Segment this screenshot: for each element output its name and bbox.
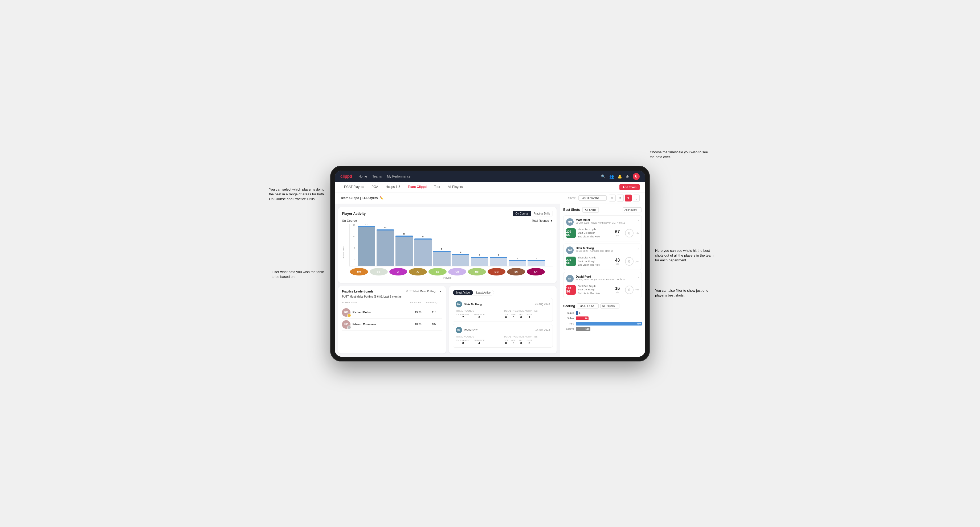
player-activity-header: Player Activity On Course Practice Drill… xyxy=(342,211,553,216)
tab-pgat-players[interactable]: PGAT Players xyxy=(340,182,368,192)
nav-links: Home Teams My Performance xyxy=(358,175,595,178)
most-active-button[interactable]: Most Active xyxy=(453,290,473,295)
shot-player-header-0: MM Matt Miller 09 Jun 2023 · Royal North… xyxy=(566,218,639,226)
scoring-bar-3: 111 xyxy=(576,327,590,331)
right-panel: Best Shots All Shots All Players MM Matt xyxy=(560,204,645,357)
shot-chevron-1[interactable]: › xyxy=(638,246,639,251)
scoring-header: Scoring Par 3, 4 & 5s All Players xyxy=(563,303,642,308)
bar-value-1: 12 xyxy=(384,227,387,229)
bar-9 xyxy=(528,260,545,266)
sub-nav-tabs: PGAT Players PGA Hcaps 1-5 Team Clippd T… xyxy=(340,182,466,192)
player-avatar-1: BB xyxy=(370,268,388,275)
bar-highlight-7 xyxy=(490,257,507,258)
shot-player-details-1: 23 Jul 2023 · Ashridge GC, Hole 15 xyxy=(576,250,635,252)
shot-card-1: BM Blair McHarg 23 Jul 2023 · Ashridge G… xyxy=(563,243,642,270)
activities-row-1: GTT 0 APP 0 ARG 0 PUTT 0 xyxy=(504,339,550,344)
bar-value-3: 9 xyxy=(422,236,423,238)
scoring-chart: Eagles 3 Birdies 96 Pars 499 Bogeys 111 xyxy=(563,311,642,331)
shot-cards: MM Matt Miller 09 Jun 2023 · Royal North… xyxy=(563,215,642,298)
scoring-title: Scoring xyxy=(563,304,575,308)
view-icons: ⊞ ≡ ♥ ⋮ xyxy=(609,195,640,202)
practice-activities-section-1: Total Practice Activities GTT 0 APP 0 AR… xyxy=(504,335,550,344)
active-avatar-0: BM xyxy=(456,301,462,307)
annotation-player-filter: You can also filter to show just one pla… xyxy=(655,288,714,298)
bar-chart: 15 10 5 0 1312109543322 xyxy=(349,224,553,267)
heart-view-button[interactable]: ♥ xyxy=(625,195,632,202)
scoring-bar-wrap-2: 499 xyxy=(576,322,642,325)
leaderboard-row-1: EC 2 Edward Crossman 18/20 107 xyxy=(342,319,442,330)
shot-badge-1: 200 SG xyxy=(566,257,576,266)
notification-icon[interactable]: 🔔 xyxy=(617,174,622,179)
scoring-players-select[interactable]: All Players xyxy=(600,303,619,308)
shot-stat-zero-0: 0 xyxy=(625,229,633,237)
list-view-button[interactable]: ≡ xyxy=(617,195,624,202)
scoring-par-select[interactable]: Par 3, 4 & 5s xyxy=(577,303,599,308)
shot-card-2: DF David Ford 24 Aug 2023 · Royal North … xyxy=(563,272,642,298)
arg-stat-1: ARG 0 xyxy=(519,339,523,344)
stats-grid-0: Total Rounds Tournament 7 Practice 6 Tot… xyxy=(456,310,550,319)
on-course-toggle: On Course Practice Drills xyxy=(513,211,553,216)
player-avatar-0: BM xyxy=(350,268,368,275)
practice-drills-button[interactable]: Practice Drills xyxy=(531,211,552,216)
all-shots-button[interactable]: All Shots xyxy=(583,208,598,212)
add-icon[interactable]: ⊕ xyxy=(626,174,629,179)
shot-stat-yds-2: 16 yds xyxy=(612,286,623,293)
leaderboard-header: Practice Leaderboards PUTT Must Make Put… xyxy=(342,290,442,293)
active-player-card-0: BM Blair McHarg 26 Aug 2023 Total Rounds… xyxy=(453,298,553,322)
add-team-button[interactable]: Add Team xyxy=(619,184,640,190)
total-rounds-select[interactable]: Total Rounds ▼ xyxy=(532,219,553,222)
scoring-bar-row-2: Pars 499 xyxy=(563,322,642,325)
detail-view-button[interactable]: ⋮ xyxy=(633,195,640,202)
nav-my-performance[interactable]: My Performance xyxy=(387,175,410,178)
gtt-stat-1: GTT 0 xyxy=(504,339,508,344)
tablet-frame: clippd Home Teams My Performance 🔍 👥 🔔 ⊕… xyxy=(330,166,650,362)
bar-4 xyxy=(433,251,450,266)
edit-icon[interactable]: ✏️ xyxy=(379,196,383,200)
least-active-button[interactable]: Least Active xyxy=(473,290,494,295)
player-avatar-med-1: EC 2 xyxy=(342,320,350,329)
scoring-section: Scoring Par 3, 4 & 5s All Players Eagles… xyxy=(563,303,642,332)
putt-stat-1: PUTT 0 xyxy=(527,339,532,344)
leaderboard-row-0: RB 1 Richard Butler 19/20 110 xyxy=(342,306,442,319)
bar-highlight-2 xyxy=(396,236,413,237)
active-date-0: 26 Aug 2023 xyxy=(535,303,550,306)
best-shots-section: Best Shots All Shots All Players MM Matt xyxy=(563,207,642,300)
bar-5 xyxy=(452,254,469,266)
bar-highlight-9 xyxy=(528,260,545,261)
most-active-card: Most Active Least Active BM Blair McHarg… xyxy=(449,286,557,354)
grid-view-button[interactable]: ⊞ xyxy=(609,195,616,202)
timescale-select[interactable]: Last 3 months Last 6 months Last 12 mont… xyxy=(578,195,607,201)
nav-home[interactable]: Home xyxy=(358,175,367,178)
on-course-button[interactable]: On Course xyxy=(513,211,531,216)
search-icon[interactable]: 🔍 xyxy=(601,174,606,179)
tab-team-clippd[interactable]: Team Clippd xyxy=(404,182,430,192)
leaderboard-subtitle: PUTT Must Make Putting (3-6 ft). Last 3 … xyxy=(342,295,442,298)
shot-chevron-2[interactable]: › xyxy=(638,275,639,279)
shot-badge-0: 200 SG xyxy=(566,229,576,238)
bar-group-9: 2 xyxy=(528,257,545,266)
scoring-label-3: Bogeys xyxy=(563,328,574,330)
rank-badge-1: 2 xyxy=(347,325,351,329)
bar-2 xyxy=(396,236,413,266)
user-avatar[interactable]: U xyxy=(633,173,640,180)
bar-highlight-1 xyxy=(377,229,394,230)
nav-teams[interactable]: Teams xyxy=(372,175,382,178)
active-player-card-1: RB Rees Britt 02 Sep 2023 Total Rounds T… xyxy=(453,324,553,348)
people-icon[interactable]: 👥 xyxy=(609,174,614,179)
tab-all-players[interactable]: All Players xyxy=(444,182,466,192)
player-avatar-9: LR xyxy=(527,268,545,275)
show-label: Show: xyxy=(568,197,576,200)
shot-chevron-0[interactable]: › xyxy=(638,218,639,222)
practice-leaderboards-card: Practice Leaderboards PUTT Must Make Put… xyxy=(338,286,446,354)
scoring-bar-wrap-3: 111 xyxy=(576,327,642,331)
leaderboard-filter[interactable]: PUTT Must Make Putting ... ▼ xyxy=(406,290,442,293)
rounds-row-0: Tournament 7 Practice 6 xyxy=(456,313,502,319)
tab-tour[interactable]: Tour xyxy=(430,182,444,192)
all-players-select[interactable]: All Players xyxy=(623,207,642,213)
tab-hcaps[interactable]: Hcaps 1-5 xyxy=(382,182,404,192)
tab-pga[interactable]: PGA xyxy=(368,182,382,192)
team-name: Team Clippd | 14 Players ✏️ xyxy=(340,196,383,200)
y-axis: 15 10 5 0 xyxy=(350,224,356,261)
bar-group-2: 10 xyxy=(396,233,413,266)
scoring-bar-0 xyxy=(576,311,578,315)
